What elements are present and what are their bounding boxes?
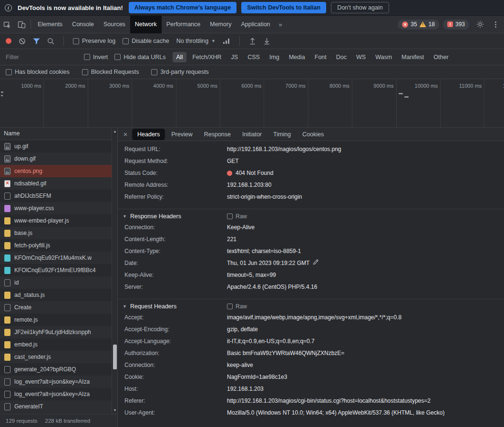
- timeline-label: 8000 ms: [329, 83, 350, 89]
- checkbox-box[interactable]: [151, 69, 157, 75]
- details-tab-cookies[interactable]: Cookies: [297, 129, 329, 140]
- checkbox-box[interactable]: [123, 38, 129, 44]
- request-row[interactable]: www-embed-player.js: [0, 214, 117, 227]
- request-row[interactable]: ndisabled.gif: [0, 177, 117, 190]
- filter-type-js[interactable]: JS: [227, 52, 242, 62]
- request-row[interactable]: Create: [0, 301, 117, 314]
- request-row[interactable]: base.js: [0, 227, 117, 239]
- request-row[interactable]: id: [0, 276, 117, 289]
- has-blocked-cookies-checkbox[interactable]: Has blocked cookies: [6, 69, 70, 75]
- checkbox-box[interactable]: [84, 54, 90, 60]
- checkbox-box[interactable]: [227, 214, 233, 219]
- request-row[interactable]: log_event?alt=json&key=AIza: [0, 388, 117, 400]
- record-button[interactable]: [6, 38, 11, 44]
- 3rd-party-requests-checkbox[interactable]: 3rd-party requests: [151, 69, 208, 75]
- filter-type-all[interactable]: All: [173, 52, 187, 62]
- request-row[interactable]: KFOmCnqEu92Fr1Mu4mxK.w: [0, 252, 117, 264]
- response-headers-section-header[interactable]: ▼ Response Headers Raw: [118, 209, 504, 222]
- filter-type-manifest[interactable]: Manifest: [398, 52, 428, 62]
- filter-type-wasm[interactable]: Wasm: [371, 52, 396, 62]
- filter-type-fetch-xhr[interactable]: Fetch/XHR: [188, 52, 225, 62]
- tab-network[interactable]: Network: [130, 16, 162, 33]
- checkbox-box[interactable]: [227, 304, 233, 309]
- infobar-primary-button[interactable]: Switch DevTools to Italian: [241, 2, 326, 13]
- more-options-button[interactable]: [491, 21, 500, 28]
- filter-type-font[interactable]: Font: [311, 52, 330, 62]
- request-row[interactable]: www-player.css: [0, 202, 117, 214]
- device-toolbar-button[interactable]: [14, 16, 29, 33]
- filter-type-ws[interactable]: WS: [352, 52, 370, 62]
- request-row[interactable]: down.gif: [0, 152, 117, 165]
- filter-toggle-button[interactable]: [33, 38, 40, 44]
- tab-application[interactable]: Application: [236, 16, 275, 33]
- response-raw-checkbox[interactable]: Raw: [227, 213, 247, 220]
- disable-cache-checkbox[interactable]: Disable cache: [123, 38, 169, 44]
- clear-button[interactable]: [19, 38, 26, 45]
- checkbox-box[interactable]: [73, 38, 79, 44]
- request-raw-checkbox[interactable]: Raw: [227, 303, 247, 310]
- request-row[interactable]: JF2eii1kyhF9uLrjdHdlzksnpph: [0, 326, 117, 338]
- tab-console[interactable]: Console: [67, 16, 99, 33]
- request-row[interactable]: KFOlCnqEu92Fr1MmEU9fBBc4: [0, 264, 117, 276]
- request-row[interactable]: cast_sender.js: [0, 351, 117, 363]
- details-tab-response[interactable]: Response: [199, 129, 236, 140]
- scroll-up-icon[interactable]: ▲: [112, 130, 118, 133]
- requests-scrollbar[interactable]: ▲ ▼: [112, 128, 117, 414]
- checkbox-box[interactable]: [82, 69, 88, 75]
- throttling-dropdown[interactable]: No throttling ▼: [176, 38, 216, 44]
- timeline-label: 11000 ms: [459, 83, 482, 89]
- import-har-button[interactable]: [249, 38, 256, 45]
- filter-type-img[interactable]: Img: [266, 52, 283, 62]
- timeline-label: 2000 ms: [65, 83, 85, 89]
- request-row[interactable]: remote.js: [0, 314, 117, 326]
- details-tab-timing[interactable]: Timing: [268, 129, 296, 140]
- filter-type-css[interactable]: CSS: [244, 52, 264, 62]
- request-row[interactable]: embed.js: [0, 338, 117, 351]
- scrollbar-thumb[interactable]: [113, 345, 117, 369]
- request-row[interactable]: up.gif: [0, 140, 117, 152]
- more-tabs-button[interactable]: »: [275, 21, 286, 28]
- tab-elements[interactable]: Elements: [33, 16, 67, 33]
- network-search-button[interactable]: [47, 38, 54, 45]
- details-tab-headers[interactable]: Headers: [132, 129, 165, 140]
- header-value: Keep-Alive: [227, 222, 255, 234]
- export-har-button[interactable]: [263, 38, 270, 45]
- checkbox-box[interactable]: [6, 69, 12, 75]
- filter-type-media[interactable]: Media: [285, 52, 309, 62]
- infobar-secondary-button[interactable]: Don't show again: [331, 2, 389, 13]
- request-headers-section-header[interactable]: ▼ Request Headers Raw: [118, 299, 504, 312]
- blocked-requests-checkbox[interactable]: Blocked Requests: [82, 69, 139, 75]
- name-column-header[interactable]: Name: [0, 128, 117, 140]
- scroll-down-icon[interactable]: ▼: [112, 408, 118, 412]
- preserve-log-checkbox[interactable]: Preserve log: [73, 38, 115, 44]
- request-row[interactable]: centos.png: [0, 165, 117, 177]
- inspect-element-button[interactable]: [0, 16, 14, 33]
- details-tab-initiator[interactable]: Initiator: [237, 129, 267, 140]
- details-tab-preview[interactable]: Preview: [166, 129, 197, 140]
- tab-performance[interactable]: Performance: [162, 16, 206, 33]
- request-row[interactable]: generate_204?bpRGBQ: [0, 363, 117, 376]
- request-row[interactable]: GenerateIT: [0, 400, 117, 413]
- network-conditions-button[interactable]: [223, 38, 230, 44]
- settings-button[interactable]: [473, 16, 487, 33]
- request-row[interactable]: log_event?alt=json&key=AIza: [0, 376, 117, 388]
- filter-type-other[interactable]: Other: [430, 52, 452, 62]
- request-row[interactable]: ad_status.js: [0, 289, 117, 301]
- close-details-button[interactable]: ×: [120, 130, 131, 138]
- edit-header-icon[interactable]: [313, 257, 319, 269]
- header-key: Remote Address:: [124, 179, 227, 191]
- filter-input[interactable]: [6, 54, 77, 61]
- tab-memory[interactable]: Memory: [205, 16, 236, 33]
- header-value: Thu, 01 Jun 2023 09:19:22 GMT: [227, 257, 319, 269]
- request-row[interactable]: ahDIJcbSEFM: [0, 190, 117, 202]
- issues-badge[interactable]: ! 393: [443, 20, 469, 30]
- hide-data-urls-checkbox[interactable]: Hide data URLs: [114, 54, 165, 61]
- errors-warnings-badge[interactable]: × 35 18: [398, 20, 439, 30]
- request-row[interactable]: fetch-polyfill.js: [0, 239, 117, 252]
- tab-sources[interactable]: Sources: [99, 16, 130, 33]
- checkbox-box[interactable]: [114, 54, 121, 60]
- network-overview-timeline[interactable]: 1000 ms2000 ms3000 ms4000 ms5000 ms6000 …: [0, 79, 504, 128]
- filter-type-doc[interactable]: Doc: [332, 52, 350, 62]
- infobar-primary-button[interactable]: Always match Chrome's language: [129, 2, 237, 13]
- invert-checkbox[interactable]: Invert: [84, 54, 108, 61]
